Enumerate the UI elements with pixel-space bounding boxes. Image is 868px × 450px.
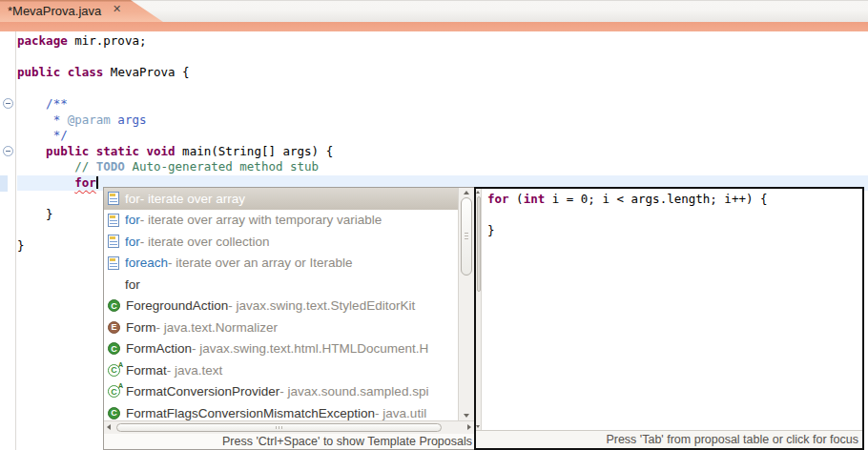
scroll-down-icon[interactable] bbox=[464, 414, 469, 418]
fold-collapse-icon[interactable] bbox=[3, 146, 13, 156]
code-token: args bbox=[111, 112, 147, 127]
class-abstract-icon bbox=[108, 364, 120, 377]
code-token bbox=[17, 128, 46, 142]
proposal-name: for bbox=[125, 192, 140, 206]
code-token bbox=[17, 175, 74, 190]
code-line[interactable] bbox=[17, 50, 868, 66]
code-token: /** bbox=[46, 96, 68, 111]
proposal-item[interactable]: for bbox=[104, 274, 458, 296]
tab-title: *MevaProva.java bbox=[8, 4, 101, 18]
proposal-vertical-scrollbar[interactable] bbox=[458, 188, 474, 420]
horizontal-scrollbar-thumb[interactable] bbox=[116, 423, 442, 432]
code-line[interactable]: */ bbox=[17, 128, 868, 144]
none-icon bbox=[108, 277, 119, 291]
template-icon bbox=[108, 235, 119, 248]
folding-ruler-divider bbox=[15, 31, 16, 450]
preview-code-line: for (int i = 0; i < args.length; i++) { bbox=[487, 192, 860, 208]
code-line[interactable]: * @param args bbox=[17, 112, 868, 129]
preview-code[interactable]: for (int i = 0; i < args.length; i++) {} bbox=[487, 192, 860, 239]
code-line[interactable] bbox=[17, 81, 868, 97]
code-token: @param bbox=[68, 112, 111, 127]
proposal-item[interactable]: Format - java.text bbox=[104, 359, 458, 381]
proposal-item[interactable]: for - iterate over array bbox=[104, 188, 458, 210]
class-icon bbox=[108, 299, 120, 312]
proposal-item[interactable]: FormatConversionProvider - javax.sound.s… bbox=[104, 381, 458, 403]
proposal-item[interactable]: for - iterate over collection bbox=[104, 231, 458, 253]
scroll-left-icon[interactable] bbox=[107, 424, 111, 430]
code-token: */ bbox=[46, 128, 68, 142]
preview-vertical-scrollbar[interactable] bbox=[476, 189, 482, 430]
code-line[interactable]: public static void main(String[] args) { bbox=[17, 144, 868, 160]
vertical-scrollbar-thumb[interactable] bbox=[461, 197, 472, 276]
code-token: public bbox=[46, 144, 89, 158]
proposal-item[interactable]: Form - java.text.Normalizer bbox=[104, 317, 458, 338]
code-token: void bbox=[146, 144, 175, 158]
class-icon bbox=[108, 342, 120, 355]
code-token: MevaProva { bbox=[103, 65, 189, 79]
code-token bbox=[17, 96, 46, 111]
scroll-right-icon[interactable] bbox=[467, 424, 471, 430]
proposal-item[interactable]: ForegroundAction - javax.swing.text.Styl… bbox=[104, 296, 458, 317]
tab-close-icon[interactable]: ✕ bbox=[113, 3, 121, 15]
preview-scrollbar-thumb[interactable] bbox=[477, 196, 481, 292]
code-token: } bbox=[17, 238, 25, 253]
proposal-description: - iterate over collection bbox=[140, 235, 270, 249]
proposal-name: FormAction bbox=[126, 341, 192, 356]
proposal-name: FormatConversionProvider bbox=[126, 384, 279, 399]
proposal-description: - iterate over array bbox=[140, 192, 245, 206]
code-token: mir.prova; bbox=[68, 33, 147, 48]
code-token: for bbox=[487, 192, 509, 206]
template-icon bbox=[108, 192, 119, 205]
proposal-name: foreach bbox=[125, 256, 168, 270]
code-token bbox=[17, 159, 74, 174]
content-assist-popup: for - iterate over arrayfor - iterate ov… bbox=[103, 187, 475, 450]
proposal-status-hint: Press 'Ctrl+Space' to show Template Prop… bbox=[104, 434, 474, 449]
enum-icon bbox=[108, 321, 120, 334]
code-token: } bbox=[17, 207, 53, 221]
proposal-item[interactable]: FormatFlagsConversionMismatchException -… bbox=[104, 402, 458, 420]
class-abstract-icon bbox=[108, 385, 120, 398]
code-token bbox=[60, 65, 68, 79]
code-token: TODO bbox=[96, 159, 125, 174]
code-token: for bbox=[74, 175, 96, 190]
code-token: main(String[] args) { bbox=[176, 144, 334, 158]
editor-tab-bar: *MevaProva.java ✕ bbox=[0, 0, 868, 22]
code-token bbox=[17, 112, 46, 127]
proposal-horizontal-scrollbar[interactable] bbox=[104, 420, 474, 434]
preview-scroll-down-icon[interactable] bbox=[476, 425, 480, 428]
preview-scroll-up-icon[interactable] bbox=[476, 191, 480, 194]
code-token: ( bbox=[509, 192, 524, 206]
template-preview-popup[interactable]: for (int i = 0; i < args.length; i++) {}… bbox=[474, 187, 864, 450]
current-line-ruler-marker bbox=[0, 175, 8, 192]
template-icon bbox=[108, 256, 119, 270]
code-line[interactable]: // TODO Auto-generated method stub bbox=[17, 159, 868, 175]
proposal-description: - java.text bbox=[167, 363, 223, 378]
code-token: public bbox=[17, 65, 60, 79]
proposal-name: for bbox=[125, 277, 140, 292]
scroll-up-icon[interactable] bbox=[464, 191, 469, 194]
proposal-item[interactable]: FormAction - javax.swing.text.html.HTMLD… bbox=[104, 338, 458, 360]
proposal-name: for bbox=[125, 235, 140, 249]
proposal-list: for - iterate over arrayfor - iterate ov… bbox=[104, 188, 458, 420]
template-icon bbox=[108, 214, 119, 227]
proposal-item[interactable]: foreach - iterate over an array or Itera… bbox=[104, 253, 458, 275]
code-token: Auto-generated method stub bbox=[125, 159, 319, 174]
code-token: } bbox=[487, 223, 495, 237]
code-line[interactable]: /** bbox=[17, 96, 868, 112]
proposal-description: - javax.swing.text.html.HTMLDocument.H bbox=[192, 341, 428, 356]
class-icon bbox=[108, 407, 120, 419]
code-line[interactable]: public class MevaProva { bbox=[17, 65, 868, 81]
text-cursor bbox=[96, 176, 98, 189]
code-token: class bbox=[68, 65, 104, 79]
preview-code-line bbox=[487, 208, 860, 224]
preview-code-line: } bbox=[487, 223, 860, 239]
proposal-description: - iterate over an array or Iterable bbox=[168, 256, 353, 270]
code-token bbox=[17, 144, 46, 158]
code-token: // bbox=[74, 159, 96, 174]
fold-collapse-icon[interactable] bbox=[3, 98, 13, 109]
proposal-name: FormatFlagsConversionMismatchException bbox=[126, 406, 375, 420]
code-line[interactable]: package mir.prova; bbox=[17, 33, 868, 50]
proposal-item[interactable]: for - iterate over array with temporary … bbox=[104, 210, 458, 232]
code-token: * bbox=[46, 112, 68, 127]
proposal-description: - javax.swing.text.StyledEditorKit bbox=[228, 298, 415, 313]
